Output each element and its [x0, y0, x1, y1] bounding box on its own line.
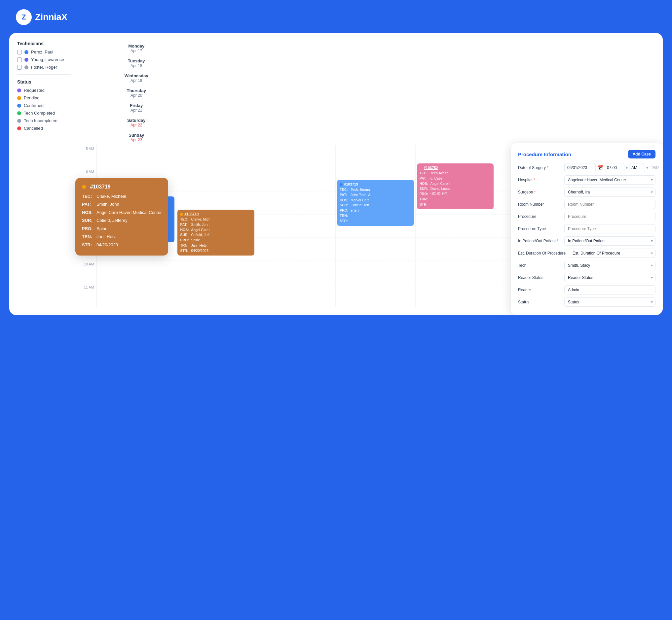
select-wrapper[interactable]: Smith, Stacy [564, 261, 656, 270]
status-label: Status [17, 79, 71, 85]
status-dot-icon [17, 111, 21, 115]
sidebar-divider [17, 74, 71, 74]
select-2[interactable]: Chernoff, Ira [564, 188, 656, 197]
select-9[interactable]: Reader Status [564, 273, 656, 282]
cal-row-line [336, 284, 415, 307]
cal-header-cell: Thursday Apr 20 [96, 86, 176, 100]
cal-row-line [256, 284, 335, 307]
event-field-label: TRN: [180, 243, 190, 248]
event-field-value: Tech, Emma [350, 187, 370, 193]
popup-field-value: Angel Care Haven Medical Center [96, 209, 161, 216]
select-7[interactable]: Est. Duration Of Procedure [569, 249, 656, 258]
cal-row-line [176, 145, 255, 168]
procedure-panel: Procedure Information Add Case Date of S… [511, 143, 663, 315]
cal-day-name: Sunday [98, 133, 174, 138]
event-field-value: Jani, Hetvi [191, 243, 207, 248]
add-case-button[interactable]: Add Case [628, 150, 656, 158]
input-field-5[interactable] [564, 224, 656, 234]
event-field-value: Cofield, Jeff [350, 203, 369, 208]
event-field-value: Spine [191, 238, 200, 243]
status-dot-icon [17, 104, 21, 108]
tech-checkbox[interactable] [17, 57, 22, 62]
cal-row-line [176, 168, 255, 192]
cal-header-cell: Monday Apr 17 [96, 41, 176, 56]
event-card-row: PRO: URURUYT [420, 192, 491, 197]
select-wrapper[interactable]: Status [564, 298, 656, 307]
form-row-3: Room Number [518, 200, 656, 209]
calendar-header: Monday Apr 17 Tuesday Apr 18 Wednesday A… [77, 41, 655, 145]
input-field-3[interactable] [564, 200, 656, 209]
select-wrapper[interactable]: Chernoff, Ira [564, 188, 656, 197]
sidebar-technician-item[interactable]: Perez, Paul [17, 50, 71, 54]
event-card[interactable]: #103719 TEC: Clarke, Mich PAT: Smith. Jo… [178, 210, 254, 256]
panel-header: Procedure Information Add Case [518, 150, 656, 158]
cal-header-cell: Saturday Apr 22 [96, 115, 176, 130]
tech-checkbox[interactable] [17, 65, 22, 70]
cal-row-line [256, 261, 335, 284]
sidebar-status-item[interactable]: Requested [17, 88, 71, 93]
sidebar-technician-item[interactable]: Young, Lawrence [17, 57, 71, 62]
sidebar-technician-item[interactable]: Foster, Roger [17, 65, 71, 70]
event-field-value: David, Lucas [431, 186, 451, 192]
select-6[interactable]: In Patient/Out Patient [564, 237, 656, 246]
event-card[interactable]: #103719 TEC: Tech, Emma PAT: John Tech, … [337, 180, 414, 226]
popup-field-value: Smith. John [96, 201, 119, 208]
form-label: Reader Status [518, 275, 561, 280]
event-card-row: HOS: Angel Care I [420, 181, 491, 187]
popup-field-label: STR: [82, 242, 94, 248]
event-field-value: Cofield, Jeff [191, 232, 209, 238]
cal-row-line [256, 215, 335, 238]
tech-checkbox[interactable] [17, 50, 22, 54]
sidebar-status-item[interactable]: Confirmed [17, 103, 71, 108]
select-wrapper[interactable]: Est. Duration Of Procedure [569, 249, 656, 258]
sidebar-status-item[interactable]: Cancelled [17, 126, 71, 131]
cal-col-1: #103719 TEC: Clarke, Mich PAT: Smith. Jo… [176, 145, 256, 307]
status-dot-icon [17, 96, 21, 100]
ampm-input[interactable] [629, 163, 645, 172]
select-11[interactable]: Status [564, 298, 656, 307]
cal-day-date: Apr 18 [98, 63, 174, 68]
status-dot-icon [17, 119, 21, 123]
sidebar-status-item[interactable]: Tech Completed [17, 111, 71, 115]
popup-card[interactable]: #103719 TEC:Clarke, MichealPAT:Smith. Jo… [75, 178, 168, 256]
date-input[interactable] [564, 163, 596, 172]
event-card[interactable]: #103752 TEC: Tech,Akash PAT: 6, Case HOS… [417, 163, 493, 209]
popup-field-value: 04/20/2023 [96, 242, 118, 248]
date-group: 📅 ▾ ▾ TBD [564, 163, 659, 172]
sidebar: Technicians Perez, Paul Young, Lawrence … [17, 41, 77, 307]
event-card-row: STR: 04/20/2023 [180, 248, 251, 254]
popup-field-row: TRN:Jani, Hetvi [82, 234, 161, 240]
form-row-9: Reader StatusReader Status [518, 273, 656, 282]
status-name: Pending [24, 95, 40, 100]
event-card-row: TRN: [420, 197, 491, 202]
sidebar-status-item[interactable]: Pending [17, 95, 71, 100]
event-card-row: SUR: David, Lucas [420, 186, 491, 192]
event-field-label: PRO: [420, 192, 430, 197]
calendar-icon[interactable]: 📅 [597, 165, 603, 171]
status-name: Requested [24, 88, 45, 93]
form-label: Reader [518, 288, 561, 292]
input-field-10[interactable] [564, 285, 656, 295]
input-field-4[interactable] [564, 212, 656, 221]
cal-row-line [416, 284, 495, 307]
popup-field-label: TEC: [82, 193, 94, 200]
event-field-value: Tech,Akash [431, 171, 448, 176]
popup-field-label: HOS: [82, 209, 94, 216]
cal-day-date: Apr 22 [98, 123, 174, 127]
select-wrapper[interactable]: Angelcare Haven Medical Center [564, 175, 656, 185]
form-row-5: Procedure Type [518, 224, 656, 234]
technicians-label: Technicians [17, 41, 71, 46]
form-label: Date of Surgery * [518, 165, 561, 170]
status-name: Confirmed [24, 103, 44, 108]
event-card-row: TEC: Tech, Emma [340, 187, 411, 193]
time-input[interactable] [605, 163, 624, 172]
sidebar-status-item[interactable]: Tech Incompleted [17, 118, 71, 123]
select-wrapper[interactable]: Reader Status [564, 273, 656, 282]
select-1[interactable]: Angelcare Haven Medical Center [564, 175, 656, 185]
select-8[interactable]: Smith, Stacy [564, 261, 656, 270]
select-wrapper[interactable]: In Patient/Out Patient [564, 237, 656, 246]
status-dot-icon [17, 126, 21, 131]
cal-row-line [176, 284, 255, 307]
form-label: Tech [518, 263, 561, 268]
cal-row-line [416, 261, 495, 284]
